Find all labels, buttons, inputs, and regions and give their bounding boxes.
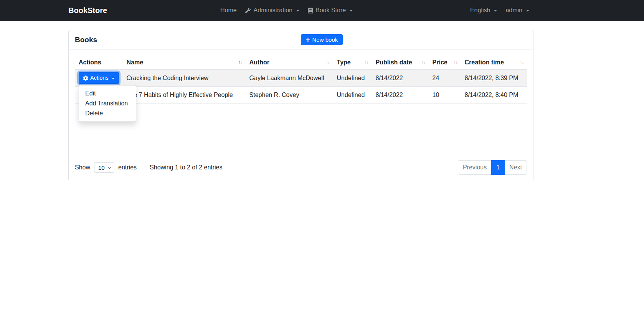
- gear-icon: [83, 76, 88, 81]
- column-header-actions: Actions: [75, 56, 123, 70]
- page-title: Books: [75, 36, 301, 44]
- column-label: Author: [249, 59, 269, 66]
- column-label: Publish date: [376, 59, 412, 66]
- cell-creation-time: 8/14/2022, 8:40 PM: [461, 87, 527, 103]
- wrench-icon: [245, 8, 251, 13]
- row-actions-button[interactable]: Actions: [79, 72, 119, 84]
- book-icon: [308, 8, 313, 13]
- pagination-page-1[interactable]: 1: [491, 160, 505, 175]
- cell-creation-time: 8/14/2022, 8:39 PM: [461, 70, 527, 87]
- language-selector-label: English: [470, 7, 490, 14]
- column-label: Name: [127, 59, 144, 66]
- sort-icon: ↑↓: [421, 60, 425, 65]
- column-label: Type: [337, 59, 351, 66]
- page-size-select[interactable]: 10: [94, 162, 114, 173]
- sort-icon: ↑↓: [365, 60, 368, 65]
- nav-item-administration[interactable]: Administration: [241, 4, 304, 17]
- sort-icon: ↑↓: [454, 60, 457, 65]
- books-table: Actions Name ↑↓ Author ↑↓: [75, 56, 527, 103]
- sort-icon: ↑↓: [520, 60, 523, 65]
- books-card: Books + New book Actions Nam: [68, 30, 533, 181]
- language-selector[interactable]: English: [466, 4, 501, 17]
- row-actions-button-label: Actions: [90, 74, 109, 82]
- cell-type: Undefined: [333, 87, 372, 103]
- column-label: Actions: [79, 59, 101, 66]
- new-book-button-label: New book: [312, 36, 338, 44]
- column-label: Price: [433, 59, 447, 66]
- cell-type: Undefined: [333, 70, 372, 87]
- cell-publish-date: 8/14/2022: [372, 87, 429, 103]
- current-user-menu[interactable]: admin: [501, 4, 533, 17]
- cell-author: Stephen R. Covey: [246, 87, 333, 103]
- pagination: Previous 1 Next: [458, 160, 527, 175]
- nav-item-administration-label: Administration: [254, 7, 292, 14]
- column-header-type[interactable]: Type ↑↓: [333, 56, 372, 70]
- caret-down-icon: [494, 10, 497, 11]
- cell-name: The 7 Habits of Highly Effective People: [123, 87, 246, 103]
- dropdown-item-edit[interactable]: Edit: [79, 89, 136, 98]
- top-navbar: BookStore Home Administration Book Store: [0, 0, 644, 21]
- sort-icon: ↑↓: [326, 60, 329, 65]
- column-header-author[interactable]: Author ↑↓: [246, 56, 333, 70]
- table-row: Actions Edit Add Translation Delete Crac…: [75, 70, 527, 87]
- user-menu-area: English admin: [466, 4, 533, 17]
- main-menu: Home Administration Book Store: [216, 4, 357, 17]
- pagination-next-button[interactable]: Next: [504, 160, 527, 175]
- column-header-price[interactable]: Price ↑↓: [429, 56, 461, 70]
- page-size-control: Show 10 entries Showing 1 to 2 of 2 entr…: [75, 162, 223, 173]
- entries-summary: Showing 1 to 2 of 2 entries: [150, 164, 222, 171]
- card-body: Actions Name ↑↓ Author ↑↓: [69, 49, 533, 181]
- table-header-row: Actions Name ↑↓ Author ↑↓: [75, 56, 527, 70]
- caret-down-icon: [350, 10, 353, 11]
- column-label: Creation time: [465, 59, 504, 66]
- nav-item-book-store[interactable]: Book Store: [304, 4, 357, 17]
- show-label: Show: [75, 164, 90, 171]
- caret-down-icon: [526, 10, 529, 11]
- sort-icon: ↑↓: [238, 60, 242, 65]
- nav-item-home-label: Home: [220, 7, 237, 14]
- table-footer: Show 10 entries Showing 1 to 2 of 2 entr…: [75, 160, 527, 175]
- pagination-previous-button[interactable]: Previous: [458, 160, 492, 175]
- new-book-button[interactable]: + New book: [301, 34, 343, 45]
- caret-down-icon: [296, 10, 299, 11]
- brand-logo[interactable]: BookStore: [68, 6, 107, 15]
- table-row: Actions The 7 Habits of Highly Effective…: [75, 87, 527, 103]
- nav-item-home[interactable]: Home: [216, 4, 241, 17]
- cell-publish-date: 8/14/2022: [372, 70, 429, 87]
- cell-author: Gayle Laakmann McDowell: [246, 70, 333, 87]
- card-header: Books + New book: [69, 30, 533, 49]
- cell-price: 10: [429, 87, 461, 103]
- caret-down-icon: [112, 78, 115, 79]
- cell-price: 24: [429, 70, 461, 87]
- dropdown-item-add-translation[interactable]: Add Translation: [79, 98, 136, 108]
- column-header-creation-time[interactable]: Creation time ↑↓: [461, 56, 527, 70]
- cell-name: Cracking the Coding Interview: [123, 70, 246, 87]
- plus-icon: +: [306, 36, 310, 43]
- entries-label: entries: [118, 164, 137, 171]
- nav-item-book-store-label: Book Store: [315, 7, 346, 14]
- current-user-label: admin: [505, 7, 522, 14]
- dropdown-item-delete[interactable]: Delete: [79, 108, 136, 118]
- actions-dropdown-menu: Edit Add Translation Delete: [79, 85, 136, 122]
- column-header-name[interactable]: Name ↑↓: [123, 56, 246, 70]
- column-header-publish-date[interactable]: Publish date ↑↓: [372, 56, 429, 70]
